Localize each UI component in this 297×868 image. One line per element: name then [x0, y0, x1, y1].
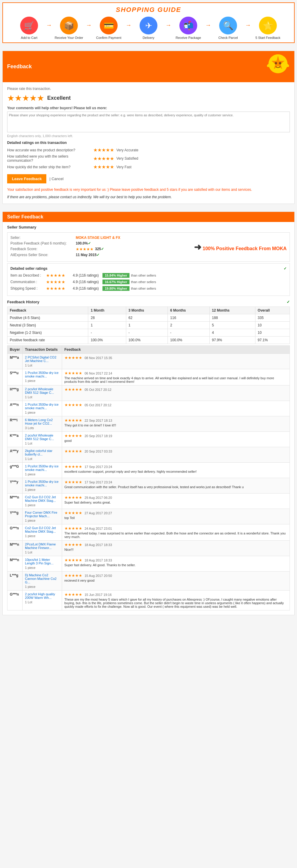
tx-feedback-cell-12: ★★★★★18 Aug 2017 18:33Nice!!! [62, 541, 290, 556]
tx-detail-cell-6: 2kg/lot colorful star butterfly cl...1 L… [23, 447, 62, 463]
tx-detail-cell-10: Four Corner DMX Fire Projector Mach...1 … [23, 509, 62, 524]
transaction-row-6: A***y2kg/lot colorful star butterfly cl.… [7, 447, 290, 463]
buyer-name-2: H***g [10, 387, 19, 392]
feedback-header: Feedback [3, 51, 294, 82]
tx-qty-3: 1 piece [25, 411, 59, 414]
cancel-button[interactable]: | Cancel [49, 177, 63, 181]
buyer-name-12: M***n [10, 542, 19, 547]
detailed-seller-title: Detailed seller ratings ✓ [10, 267, 287, 271]
seller-ratings-container: Item as Described : ★★★★★ 4.9 (116 ratin… [10, 273, 287, 291]
tx-product-12[interactable]: 2Pcs/Lot DMX Flame Machine Firewor... [25, 542, 59, 550]
history-cell: 97.9% [209, 337, 255, 344]
guide-step-label-2: Confirm Payment [96, 36, 121, 39]
detailed-ratings-container: How accurate was the product description… [7, 147, 290, 170]
guide-step-icon-0: 🛒 [20, 17, 38, 34]
char-count: English characters only, 1,000 character… [7, 134, 290, 138]
transaction-row-10: Y***gFour Corner DMX Fire Projector Mach… [7, 509, 290, 524]
guide-arrow-3: → [166, 22, 171, 29]
feedback-rating-row-1: How satisfied were you with the sellers … [7, 154, 290, 163]
tx-product-4[interactable]: 6 Meters Long Co2 Hose jet for CO2... [25, 418, 59, 425]
seller-rating-value-1: 4.9 (116 ratings) [73, 280, 102, 284]
guide-step-icon-2: 💳 [100, 17, 118, 34]
history-cell: Negative (1-2 Stars) [7, 329, 88, 337]
tx-product-13[interactable]: 10pcs/lot 1 Meter Length 3 Pin Sign... [25, 558, 59, 565]
seller-feedback-section: Seller Feedback Seller Summary Seller: M… [2, 212, 295, 615]
tx-product-0[interactable]: 2 PCS/lot Digital CO2 Jet Machine C... [25, 355, 59, 363]
tx-qty-0: 1 Lot [25, 364, 59, 367]
buyer-name-11: G***n [10, 526, 19, 530]
buyer-cell-9: M***n [7, 494, 23, 509]
seller-label: Seller: [10, 236, 76, 240]
tx-product-2[interactable]: 2 pcs/lot Wholesale DMX 512 Stage C... [25, 387, 59, 394]
history-header: 1 Month [88, 307, 126, 314]
history-row-3: Positive feedback rate100.0%100.0%100.0%… [7, 337, 290, 344]
feedback-body: Please rate this transaction. ★★★★★ Exce… [3, 82, 294, 204]
guide-arrow-5: → [245, 22, 251, 29]
buyer-name-4: R***i [10, 418, 18, 422]
guide-step-icon-4: 📬 [179, 17, 197, 34]
transaction-row-13: M***n10pcs/lot 1 Meter Length 3 Pin Sign… [7, 556, 290, 571]
buyer-cell-2: H***g [7, 385, 23, 401]
tx-date-3: 05 Oct 2017 20:12 [85, 403, 112, 407]
rating-stars-1[interactable]: ★★★★★ [93, 156, 114, 161]
tx-product-6[interactable]: 2kg/lot colorful star butterfly cl... [25, 449, 59, 456]
since-check: ✓ [96, 253, 99, 257]
shopping-guide-title: SHOPPING GUIDE [6, 6, 291, 14]
tx-product-3[interactable]: 1 Pcs/lot 3500w dry ice smoke machi... [25, 403, 59, 410]
feedback-note2: If there are any problems, please contac… [7, 195, 290, 199]
feedback-note1: Your satisfaction and positive feedback … [7, 187, 290, 193]
comments-textarea[interactable] [7, 112, 290, 132]
transaction-row-3: A***n1 Pcs/lot 3500w dry ice smoke machi… [7, 401, 290, 416]
tx-product-5[interactable]: 2 pcs/lot Wholesale DMX 512 Stage C... [25, 434, 59, 441]
tx-detail-cell-4: 6 Meters Long Co2 Hose jet for CO2...3 L… [23, 416, 62, 432]
seller-rating-row-1: Communication : ★★★★★ 4.9 (116 ratings) … [10, 280, 287, 284]
tx-product-11[interactable]: Co2 Gun DJ CO2 Jet Machine DMX Stag... [25, 526, 59, 533]
history-cell: Neutral (3 Stars) [7, 322, 88, 329]
transaction-row-15: G***n2 pcs/lot High quality 200W Warm Wh… [7, 591, 290, 611]
history-row-0: Positive (4-5 Stars)2862116188335 [7, 314, 290, 322]
tx-product-10[interactable]: Four Corner DMX Fire Projector Mach... [25, 511, 59, 518]
tx-product-1[interactable]: 1 Pcs/lot 3500w dry ice smoke machi... [25, 371, 59, 378]
tx-detail-cell-3: 1 Pcs/lot 3500w dry ice smoke machi...1 … [23, 401, 62, 416]
history-cell: - [168, 329, 210, 337]
history-header: 6 Months [168, 307, 210, 314]
history-cell: 10 [255, 329, 290, 337]
buyer-cell-7: g***G [7, 463, 23, 478]
score-label: Feedback Score: [10, 247, 76, 251]
star-rating-stars[interactable]: ★★★★★ [7, 93, 44, 103]
tx-qty-12: 1 Lot [25, 551, 59, 554]
seller-100-badge: ➜ 100% Positive Feedback From MOKA [194, 242, 287, 252]
tx-feedback-cell-10: ★★★★★27 Aug 2017 20:27top Teil [62, 509, 290, 524]
tx-product-9[interactable]: Co2 Gun DJ CO2 Jet Machine DMX Stag... [25, 495, 59, 502]
tx-feedback-text-14: recieved it very good [64, 579, 287, 582]
buyer-cell-5: K***a [7, 432, 23, 447]
tx-qty-14: 1 piece [25, 585, 59, 588]
tx-date-4: 22 Sep 2017 18:13 [85, 419, 112, 422]
seller-rating-badge-0: 15.84% Higher [102, 273, 129, 278]
tx-feedback-text-7: excellent customer support, prompt reply… [64, 470, 287, 473]
seller-rating-value-2: 4.9 (116 ratings) [73, 286, 102, 290]
tx-product-15[interactable]: 2 pcs/lot High quality 200W Warm Wh... [25, 592, 59, 599]
guide-step-label-5: Check Parcel [218, 36, 238, 39]
positive-check: ✓ [88, 241, 91, 245]
tx-qty-10: 1 piece [25, 519, 59, 522]
tx-header: Transaction Details [23, 346, 62, 354]
rating-stars-0[interactable]: ★★★★★ [93, 147, 114, 153]
guide-arrow-1: → [86, 22, 92, 29]
tx-date-12: 18 Aug 2017 18:33 [85, 543, 112, 547]
tx-date-8: 17 Sep 2017 23:24 [85, 480, 112, 484]
seller-feedback-header: Seller Feedback [3, 212, 294, 222]
tx-detail-cell-14: Dj Machine Co2 Cannon Machine Co2 G...1 … [23, 571, 62, 591]
history-cell: 62 [126, 314, 168, 322]
tx-product-8[interactable]: 1 Pcs/lot 3500w dry ice smoke machi... [25, 480, 59, 487]
score-stars: ★★★★★ [76, 247, 94, 251]
buyer-cell-10: Y***g [7, 509, 23, 524]
tx-product-7[interactable]: 1 Pcs/lot 3500w dry ice smoke machi... [25, 464, 59, 471]
transaction-row-2: H***g2 pcs/lot Wholesale DMX 512 Stage C… [7, 385, 290, 401]
rating-stars-2[interactable]: ★★★★★ [93, 164, 114, 170]
star-mascot [266, 54, 290, 80]
leave-feedback-button[interactable]: Leave Feedback [7, 174, 46, 183]
history-row-2: Negative (1-2 Stars)---410 [7, 329, 290, 337]
tx-product-14[interactable]: Dj Machine Co2 Cannon Machine Co2 G... [25, 573, 59, 584]
seller-feedback-title: Seller Feedback [7, 214, 290, 220]
